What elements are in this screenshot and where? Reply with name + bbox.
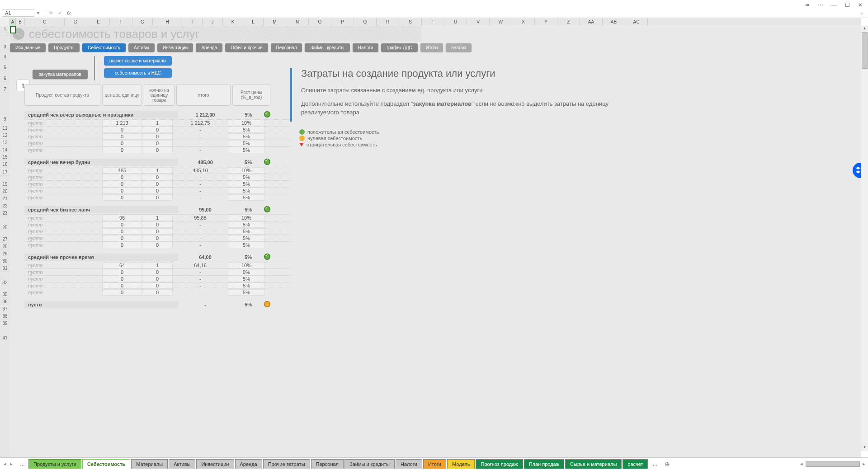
sheet-tab-2[interactable]: Материалы (131, 459, 168, 469)
sheet-tab-3[interactable]: Активы (169, 459, 195, 469)
cell-price[interactable]: 64 (102, 262, 142, 268)
cell-name[interactable]: пусто (24, 181, 102, 187)
cell-price[interactable]: 0 (102, 221, 142, 228)
nav-tab-8[interactable]: Займы, кредиты (305, 43, 349, 52)
row-header-41[interactable]: 41 (0, 334, 10, 341)
cell-growth[interactable]: 5% (228, 181, 265, 187)
nav-tab-6[interactable]: Офис и прочие (225, 43, 268, 52)
cell-qty[interactable]: 0 (142, 194, 173, 201)
nav-tab-4[interactable]: Инвестиции (157, 43, 193, 52)
sheet-tab-7[interactable]: Персонал (311, 459, 344, 469)
row-header-33[interactable]: 33 (0, 279, 10, 286)
cell-name[interactable]: пусто (24, 141, 102, 146)
cell-qty[interactable]: 0 (142, 147, 173, 153)
row-header-21[interactable]: 21 (0, 195, 10, 202)
cell-price[interactable]: 0 (102, 289, 142, 296)
cell-price[interactable]: 0 (102, 235, 142, 241)
nav-tab-1[interactable]: Продукты (48, 43, 80, 52)
col-header-C[interactable]: C (25, 18, 65, 26)
cell-growth[interactable]: 10% (228, 262, 265, 268)
row-header-14[interactable]: 14 (0, 146, 10, 153)
col-header-B[interactable]: B (16, 18, 25, 26)
col-header-V[interactable]: V (467, 18, 490, 26)
cell-price[interactable]: 1 213 (102, 120, 142, 126)
cell-name[interactable]: пусто (24, 215, 102, 221)
cell-qty[interactable]: 0 (142, 127, 173, 133)
cell-growth[interactable]: 5% (228, 174, 265, 180)
cell-qty[interactable]: 0 (142, 221, 173, 228)
cell-price[interactable]: 0 (102, 140, 142, 146)
cell-name[interactable]: пусто (24, 269, 102, 275)
row-header-3[interactable]: 3 (0, 43, 10, 50)
fx-icon[interactable]: fx (65, 10, 73, 16)
cell-name[interactable]: пусто (24, 195, 102, 200)
col-header-O[interactable]: O (309, 18, 331, 26)
col-header-Z[interactable]: Z (557, 18, 580, 26)
col-header-I[interactable]: I (182, 18, 203, 26)
row-header-22[interactable]: 22 (0, 202, 10, 209)
col-header-M[interactable]: M (264, 18, 286, 26)
row-header-4[interactable]: 4 (0, 53, 10, 60)
row-header-11[interactable]: 11 (0, 125, 10, 132)
cell-name[interactable]: пусто (24, 120, 102, 126)
nav-tab-9[interactable]: Налоги (353, 43, 379, 52)
col-header-AB[interactable]: AB (603, 18, 625, 26)
cell-growth[interactable]: 10% (228, 167, 265, 174)
col-header-X[interactable]: X (512, 18, 535, 26)
cell-price[interactable]: 0 (102, 228, 142, 235)
cell-price[interactable]: 485 (102, 167, 142, 174)
cell-name[interactable]: пусто (24, 229, 102, 234)
cell-qty[interactable]: 1 (142, 167, 173, 174)
cell-qty[interactable]: 0 (142, 276, 173, 282)
cell-name[interactable]: пусто (24, 235, 102, 241)
col-header-R[interactable]: R (377, 18, 399, 26)
sheet-tab-14[interactable]: Сырье и материалы (565, 459, 622, 469)
col-header-Y[interactable]: Y (535, 18, 557, 26)
sheet-tab-9[interactable]: Налоги (396, 459, 422, 469)
row-header-15[interactable]: 15 (0, 154, 10, 160)
col-header-G[interactable]: G (132, 18, 153, 26)
cell-growth[interactable]: 10% (228, 215, 265, 221)
col-header-W[interactable]: W (490, 18, 512, 26)
row-header-39[interactable]: 39 (0, 320, 10, 327)
hscroll-left-icon[interactable]: ◂ (797, 461, 806, 467)
purchase-materials-button[interactable]: закупка материалов (33, 70, 88, 79)
cell-price[interactable]: 0 (102, 133, 142, 140)
row-header-28[interactable]: 28 (0, 243, 10, 250)
row-header-31[interactable]: 31 (0, 265, 10, 272)
col-header-N[interactable]: N (286, 18, 309, 26)
sub-button-0[interactable]: расчёт сырьё и материалы (104, 56, 172, 66)
cell-price[interactable]: 0 (102, 194, 142, 201)
col-header-J[interactable]: J (203, 18, 223, 26)
col-header-S[interactable]: S (399, 18, 422, 26)
row-header-7[interactable]: 7 (0, 86, 10, 93)
cell-name[interactable]: пусто (24, 134, 102, 139)
sheet-tab-10[interactable]: Итоги (423, 459, 446, 469)
cell-qty[interactable]: 0 (142, 188, 173, 194)
sheet-tab-6[interactable]: Прочие затраты (263, 459, 310, 469)
select-all-corner[interactable] (0, 18, 10, 26)
cell-price[interactable]: 0 (102, 269, 142, 275)
cell-qty[interactable]: 0 (142, 269, 173, 275)
cell-name[interactable]: пусто (24, 276, 102, 282)
row-header-5[interactable]: 5 (0, 64, 10, 71)
cell-qty[interactable]: 1 (142, 262, 173, 268)
cell-growth[interactable]: 5% (228, 140, 265, 146)
cell-growth[interactable]: 5% (228, 147, 265, 153)
cell-growth[interactable]: 5% (228, 276, 265, 282)
sheet-tab-8[interactable]: Займы и кредиты (344, 459, 395, 469)
cell-qty[interactable]: 0 (142, 289, 173, 296)
row-header-36[interactable]: 36 (0, 298, 10, 305)
row-header-12[interactable]: 12 (0, 132, 10, 139)
cancel-icon[interactable]: ✕ (46, 10, 56, 16)
cell-price[interactable]: 96 (102, 215, 142, 221)
nav-tab-11[interactable]: Итоги (420, 43, 443, 52)
row-header-25[interactable]: 25 (0, 224, 10, 231)
sheet-tab-4[interactable]: Инвестиции (196, 459, 234, 469)
cell-name[interactable]: пусто (24, 242, 102, 248)
col-header-D[interactable]: D (65, 18, 87, 26)
row-header-1[interactable]: 1 (0, 26, 10, 33)
sheet-tabs-more[interactable]: … (16, 461, 28, 467)
col-header-K[interactable]: K (223, 18, 243, 26)
hscroll-thumb[interactable] (806, 461, 860, 467)
